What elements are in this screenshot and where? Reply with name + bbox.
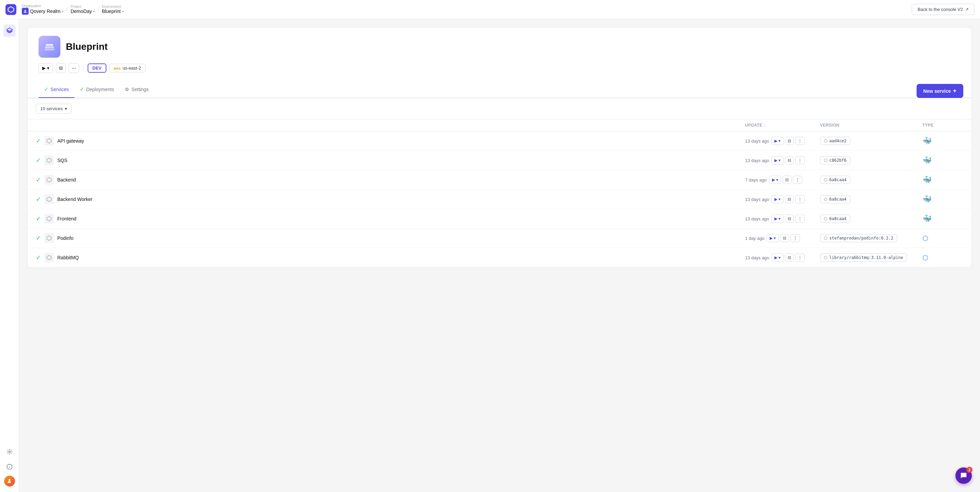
- status-check-icon: ✓: [36, 215, 41, 222]
- service-type-icon: [45, 175, 54, 185]
- svg-marker-15: [47, 236, 51, 240]
- row-terminal-button[interactable]: ⊟: [785, 137, 794, 145]
- update-time: 13 days ago: [745, 197, 769, 202]
- row-terminal-button[interactable]: ⊟: [780, 234, 789, 242]
- status-check-icon: ✓: [36, 176, 41, 184]
- divider: [83, 64, 84, 72]
- type-cell: 🐳: [923, 214, 963, 223]
- tab-services[interactable]: ✓ Services: [38, 81, 74, 98]
- row-actions: ▶ ▾ ⊟ ⋮: [771, 137, 805, 145]
- play-button[interactable]: ▶ ▾: [38, 63, 53, 73]
- terminal-icon: ⊟: [59, 65, 63, 70]
- play-icon: ▶: [42, 65, 46, 70]
- row-play-icon: ▶: [770, 236, 773, 241]
- row-actions: ▶ ▾ ⊟ ⋮: [771, 156, 805, 165]
- row-play-chevron-icon: ▾: [774, 236, 776, 241]
- env-selector[interactable]: Blueprint ▾: [102, 8, 124, 14]
- table-row[interactable]: ✓ Frontend 13 days ago ▶ ▾ ⊟ ⋮: [28, 209, 972, 228]
- back-to-console-button[interactable]: Back to the console V2 ↗: [912, 4, 975, 15]
- docker-icon: 🐳: [923, 214, 932, 223]
- tab-deployments[interactable]: ✓ Deployments: [74, 81, 120, 98]
- row-more-button[interactable]: ⋮: [795, 254, 805, 262]
- row-play-button[interactable]: ▶ ▾: [771, 254, 784, 262]
- version-badge: ⬡ 6a8caa4: [820, 176, 850, 184]
- service-name: Podinfo: [57, 235, 73, 241]
- row-more-button[interactable]: ⋮: [795, 195, 805, 203]
- services-check-icon: ✓: [44, 86, 48, 93]
- service-name-cell: ✓ Frontend: [36, 214, 745, 224]
- service-name-cell: ✓ API gateway: [36, 136, 745, 146]
- new-service-label: New service: [923, 88, 951, 94]
- project-label: Project: [71, 5, 95, 8]
- env-chevron-icon: ▾: [122, 10, 124, 13]
- org-chevron-icon: ▾: [62, 10, 64, 13]
- table-row[interactable]: ✓ Podinfo 1 day ago ▶ ▾ ⊟ ⋮: [28, 228, 972, 248]
- row-play-button[interactable]: ▶ ▾: [771, 195, 784, 203]
- table-row[interactable]: ✓ Backend Worker 13 days ago ▶ ▾ ⊟ ⋮: [28, 190, 972, 209]
- row-more-button[interactable]: ⋮: [791, 234, 800, 242]
- table-row[interactable]: ✓ SQS 13 days ago ▶ ▾ ⊟ ⋮: [28, 151, 972, 170]
- update-time: 13 days ago: [745, 139, 769, 144]
- env-header: Blueprint ▶ ▾ ⊟ ⋯ DEV aws us-east-2: [28, 28, 972, 81]
- sidebar: [0, 19, 19, 276]
- org-selector[interactable]: Qovery Realm ▾: [22, 8, 64, 15]
- image-icon: ⬡: [824, 255, 827, 260]
- row-more-button[interactable]: ⋮: [795, 156, 805, 165]
- row-more-button[interactable]: ⋮: [795, 137, 805, 145]
- play-chevron-icon: ▾: [47, 65, 49, 70]
- row-terminal-button[interactable]: ⊟: [785, 254, 794, 262]
- status-check-icon: ✓: [36, 254, 41, 261]
- version-badge: ⬡ library/rabbitmq:3.11.0-alpine: [820, 254, 907, 262]
- services-count-button[interactable]: 10 services ▾: [36, 104, 72, 113]
- row-play-chevron-icon: ▾: [778, 158, 781, 163]
- row-play-button[interactable]: ▶ ▾: [771, 156, 784, 165]
- breadcrumb-sep-1: /: [66, 6, 67, 13]
- git-icon: ⬡: [824, 177, 827, 182]
- col-name: [36, 123, 745, 128]
- table-row[interactable]: ✓ RabbitMQ 13 days ago ▶ ▾ ⊟ ⋮: [28, 248, 972, 267]
- row-play-button[interactable]: ▶ ▾: [767, 234, 779, 242]
- row-play-icon: ▶: [772, 177, 775, 182]
- terminal-button[interactable]: ⊟: [56, 63, 66, 73]
- tab-settings[interactable]: ⚙ Settings: [119, 82, 154, 97]
- update-cell: 13 days ago ▶ ▾ ⊟ ⋮: [745, 137, 820, 145]
- row-terminal-icon: ⊟: [788, 255, 791, 260]
- row-actions: ▶ ▾ ⊟ ⋮: [771, 254, 805, 262]
- breadcrumb-sep-2: /: [97, 6, 99, 13]
- row-play-icon: ▶: [775, 255, 778, 260]
- col-type: Type: [923, 123, 963, 128]
- update-cell: 13 days ago ▶ ▾ ⊟ ⋮: [745, 254, 820, 262]
- update-cell: 13 days ago ▶ ▾ ⊟ ⋮: [745, 215, 820, 223]
- version-badge: ⬡ 6a8caa4: [820, 215, 850, 223]
- more-menu-button[interactable]: ⋯: [68, 63, 79, 73]
- update-cell: 13 days ago ▶ ▾ ⊟ ⋮: [745, 156, 820, 165]
- row-play-button[interactable]: ▶ ▾: [771, 215, 784, 223]
- row-terminal-button[interactable]: ⊟: [785, 195, 794, 203]
- docker-icon: 🐳: [923, 156, 932, 165]
- row-play-button[interactable]: ▶ ▾: [769, 176, 781, 184]
- type-cell: 🐳: [923, 156, 963, 165]
- project-name: DemoDay: [71, 8, 92, 14]
- row-play-button[interactable]: ▶ ▾: [771, 137, 784, 145]
- row-terminal-button[interactable]: ⊟: [785, 215, 794, 223]
- row-more-button[interactable]: ⋮: [793, 176, 802, 184]
- row-play-icon: ▶: [775, 216, 778, 221]
- container-icon: ⬡: [923, 254, 928, 262]
- row-terminal-button[interactable]: ⊟: [785, 156, 794, 165]
- project-selector[interactable]: DemoDay ▾: [71, 8, 95, 14]
- svg-marker-11: [47, 158, 51, 162]
- update-cell: 13 days ago ▶ ▾ ⊟ ⋮: [745, 195, 820, 203]
- row-terminal-button[interactable]: ⊟: [783, 176, 791, 184]
- new-service-button[interactable]: New service +: [916, 84, 963, 98]
- git-icon: ⬡: [824, 216, 827, 221]
- row-terminal-icon: ⊟: [783, 236, 786, 241]
- environment-card: Blueprint ▶ ▾ ⊟ ⋯ DEV aws us-east-2: [27, 27, 972, 98]
- logo-icon: [5, 4, 16, 15]
- row-actions: ▶ ▾ ⊟ ⋮: [767, 234, 800, 242]
- table-row[interactable]: ✓ Backend 7 days ago ▶ ▾ ⊟ ⋮: [28, 170, 972, 190]
- service-name: Frontend: [57, 216, 76, 221]
- type-cell: 🐳: [923, 136, 963, 145]
- table-row[interactable]: ✓ API gateway 13 days ago ▶ ▾ ⊟ ⋮: [28, 131, 972, 151]
- row-more-button[interactable]: ⋮: [795, 215, 805, 223]
- sidebar-item-layers[interactable]: [3, 25, 16, 37]
